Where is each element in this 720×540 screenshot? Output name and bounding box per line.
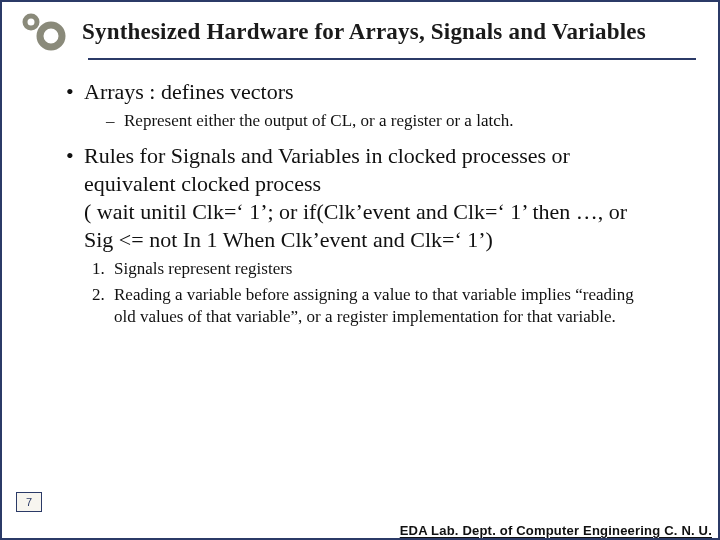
bullet-dot-icon: • [66, 78, 84, 106]
bullet-text: Arrays : defines vectors [84, 78, 294, 106]
svg-point-0 [25, 16, 37, 28]
numbered-item: 2. Reading a variable before assigning a… [92, 284, 688, 328]
slide: Synthesized Hardware for Arrays, Signals… [0, 0, 720, 540]
bullet-item: • Arrays : defines vectors [66, 78, 688, 106]
numbered-text: Reading a variable before assigning a va… [114, 284, 654, 328]
svg-point-1 [40, 25, 62, 47]
content-area: • Arrays : defines vectors – Represent e… [2, 60, 718, 328]
numbered-item: 1. Signals represent registers [92, 258, 688, 280]
footer-text: EDA Lab. Dept. of Computer Engineering C… [2, 521, 718, 538]
sub-bullet-text: Represent either the output of CL, or a … [124, 110, 513, 132]
bullet-dot-icon: • [66, 142, 84, 170]
number-marker: 1. [92, 258, 114, 280]
page-number: 7 [16, 492, 42, 512]
bullet-text: Rules for Signals and Variables in clock… [84, 142, 644, 254]
dash-icon: – [106, 110, 124, 132]
bullet-logo-icon [16, 12, 74, 52]
header: Synthesized Hardware for Arrays, Signals… [2, 2, 718, 56]
numbered-text: Signals represent registers [114, 258, 292, 280]
page-number-value: 7 [26, 496, 32, 508]
number-marker: 2. [92, 284, 114, 306]
bullet-item: • Rules for Signals and Variables in clo… [66, 142, 688, 254]
sub-bullet-item: – Represent either the output of CL, or … [106, 110, 688, 132]
slide-title: Synthesized Hardware for Arrays, Signals… [82, 19, 646, 45]
